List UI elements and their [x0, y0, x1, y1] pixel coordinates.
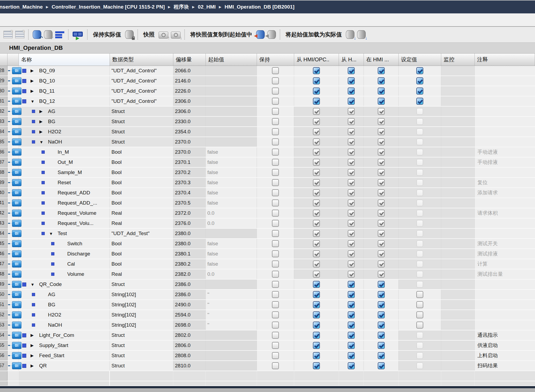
- data-type-cell[interactable]: Struct: [110, 107, 173, 116]
- checkbox-blue[interactable]: [313, 322, 320, 329]
- data-type-cell[interactable]: Bool: [110, 249, 173, 259]
- name-cell[interactable]: Request_ADD: [19, 188, 110, 198]
- start-value-cell[interactable]: [206, 76, 257, 86]
- checkbox-empty[interactable]: [416, 291, 423, 298]
- data-type-cell[interactable]: "UDT_Add_Control": [110, 96, 173, 106]
- comment-cell[interactable]: [475, 76, 535, 86]
- name-cell[interactable]: ▶BQ_11: [19, 86, 110, 96]
- checkbox-blue[interactable]: [378, 98, 385, 105]
- name-cell[interactable]: ▶QR: [19, 361, 110, 371]
- name-cell[interactable]: ▶BQ_10: [19, 76, 110, 86]
- comment-cell[interactable]: [475, 218, 535, 228]
- expanded-view-icon[interactable]: [55, 31, 64, 38]
- comment-cell[interactable]: [475, 229, 535, 238]
- name-cell[interactable]: ▶Supply_Start: [19, 341, 110, 350]
- checkbox-empty[interactable]: [272, 271, 279, 278]
- name-cell[interactable]: ▼Test: [19, 229, 110, 238]
- keep-actual-values-button[interactable]: 保持实际值: [93, 31, 121, 38]
- expand-toggle-icon[interactable]: ▶: [31, 343, 38, 348]
- checkbox-blue[interactable]: [313, 332, 320, 339]
- checkbox-blue[interactable]: [313, 88, 320, 95]
- checkbox-empty[interactable]: [272, 98, 279, 105]
- start-value-cell[interactable]: '': [206, 310, 257, 320]
- checkbox-blue[interactable]: [313, 362, 320, 369]
- start-value-cell[interactable]: [206, 86, 257, 96]
- checkbox-empty[interactable]: [272, 250, 279, 257]
- checkbox-blue[interactable]: [348, 332, 355, 339]
- checkbox-empty[interactable]: [416, 301, 423, 308]
- checkbox-blue[interactable]: [313, 352, 320, 359]
- data-type-cell[interactable]: String[102]: [110, 290, 173, 299]
- checkbox-empty[interactable]: [272, 149, 279, 156]
- checkbox-blue[interactable]: [378, 77, 385, 84]
- comment-cell[interactable]: [475, 86, 535, 96]
- data-type-cell[interactable]: "UDT_Add_Test": [110, 229, 173, 238]
- checkbox-empty[interactable]: [272, 179, 279, 186]
- data-type-cell[interactable]: Struct: [110, 137, 173, 147]
- name-cell[interactable]: Request_Volume: [19, 208, 110, 218]
- comment-cell[interactable]: 手动进液: [475, 147, 535, 157]
- checkbox-blue[interactable]: [348, 77, 355, 84]
- data-type-cell[interactable]: Struct: [110, 117, 173, 126]
- breadcrumb-item-02-hmi[interactable]: 02_HMI: [198, 4, 216, 10]
- checkbox-blue[interactable]: [348, 291, 355, 298]
- start-value-cell[interactable]: false: [206, 178, 257, 187]
- snapshot-download-icon[interactable]: ↓: [171, 32, 181, 39]
- checkbox-blue[interactable]: [348, 67, 355, 74]
- data-type-cell[interactable]: "UDT_Add_Control": [110, 86, 173, 96]
- checkbox-blue[interactable]: [348, 311, 355, 318]
- start-value-cell[interactable]: [206, 341, 257, 350]
- header-retain[interactable]: 保持: [257, 54, 294, 66]
- checkbox-empty[interactable]: [272, 67, 279, 74]
- name-cell[interactable]: ▶BQ_09: [19, 66, 110, 76]
- data-type-cell[interactable]: "UDT_Add_Control": [110, 66, 173, 76]
- start-value-cell[interactable]: false: [206, 157, 257, 167]
- checkbox-blue[interactable]: [313, 342, 320, 349]
- checkbox-empty[interactable]: [272, 311, 279, 318]
- expand-toggle-icon[interactable]: ▶: [39, 119, 46, 124]
- checkbox-empty[interactable]: [272, 138, 279, 145]
- checkbox-empty[interactable]: [272, 118, 279, 125]
- checkbox-empty[interactable]: [272, 362, 279, 369]
- data-type-cell[interactable]: Bool: [110, 259, 173, 269]
- checkbox-empty[interactable]: [272, 301, 279, 308]
- data-type-cell[interactable]: String[102]: [110, 300, 173, 310]
- comment-cell[interactable]: [475, 290, 535, 299]
- header-name[interactable]: 名称: [19, 54, 110, 66]
- comment-cell[interactable]: [475, 310, 535, 320]
- comment-cell[interactable]: 供液启动: [475, 341, 535, 350]
- checkbox-blue[interactable]: [416, 77, 423, 84]
- name-cell[interactable]: In_M: [19, 147, 110, 157]
- checkbox-blue[interactable]: [348, 301, 355, 308]
- comment-cell[interactable]: 上料启动: [475, 351, 535, 360]
- name-cell[interactable]: ▶H2O2: [19, 127, 110, 137]
- checkbox-blue[interactable]: [378, 301, 385, 308]
- checkbox-empty[interactable]: [416, 311, 423, 318]
- name-cell[interactable]: ▶AG: [19, 107, 110, 116]
- copy-snapshot-all-icon[interactable]: ◀: [267, 30, 276, 39]
- start-value-cell[interactable]: [206, 330, 257, 340]
- start-value-cell[interactable]: [206, 361, 257, 371]
- header-visible-in-hmi[interactable]: 在 HMI ...: [364, 54, 399, 66]
- header-from-hmi-opc[interactable]: 从 HMI/OPC..: [294, 54, 339, 66]
- checkbox-empty[interactable]: [272, 189, 279, 196]
- checkbox-blue[interactable]: [378, 322, 385, 329]
- data-type-cell[interactable]: Bool: [110, 188, 173, 198]
- start-value-cell[interactable]: false: [206, 198, 257, 208]
- reset-start-values-icon[interactable]: ↶: [33, 30, 41, 39]
- checkbox-blue[interactable]: [313, 67, 320, 74]
- name-cell[interactable]: Reset: [19, 178, 110, 187]
- checkbox-blue[interactable]: [348, 281, 355, 288]
- expand-toggle-icon[interactable]: ▶: [31, 363, 38, 368]
- copy-snapshot-selected-icon[interactable]: ◀: [256, 30, 265, 39]
- load-start-as-actual-button[interactable]: 将起始值加载为实际值: [286, 31, 342, 38]
- start-value-cell[interactable]: 0.0: [206, 269, 257, 279]
- checkbox-empty[interactable]: [272, 332, 279, 339]
- checkbox-blue[interactable]: [313, 98, 320, 105]
- name-cell[interactable]: ▼BQ_12: [19, 96, 110, 106]
- breadcrumb-item-program-blocks[interactable]: 程序块: [174, 3, 189, 10]
- checkbox-blue[interactable]: [378, 332, 385, 339]
- comment-cell[interactable]: [475, 137, 535, 147]
- comment-cell[interactable]: [475, 117, 535, 126]
- comment-cell[interactable]: 添加请求: [475, 188, 535, 198]
